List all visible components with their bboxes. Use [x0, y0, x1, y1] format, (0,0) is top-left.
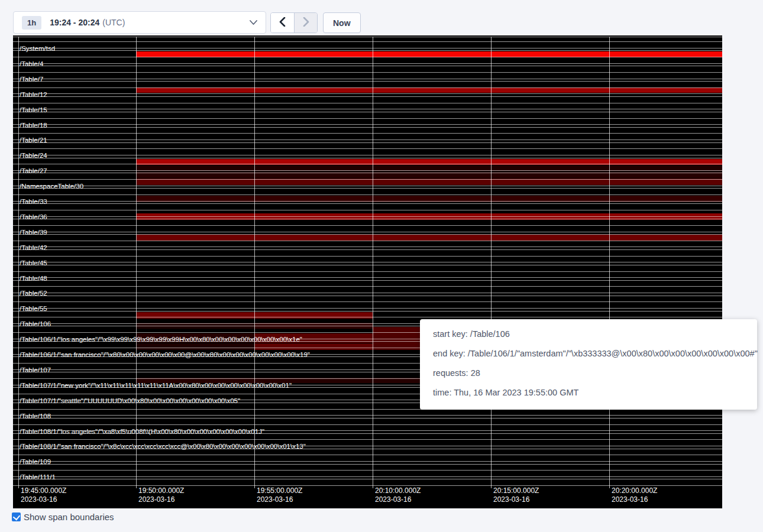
span-boundary-line: [13, 63, 722, 64]
time-axis-label: 20:20:00.000Z2023-03-16: [612, 486, 657, 504]
span-boundary-line: [13, 142, 722, 143]
span-label: /Table/21: [20, 137, 47, 144]
span-label: /Table/111/1: [20, 473, 56, 481]
span-boundary-line: [13, 188, 722, 189]
span-label: /Table/107/1/"seattle"/"UUUUUUD\x00\x80\…: [20, 397, 240, 405]
span-boundary-line: [13, 485, 722, 486]
show-span-boundaries-label: Show span boundaries: [24, 512, 114, 522]
span-label: /Table/36: [20, 213, 47, 221]
time-preset-badge: 1h: [22, 16, 41, 30]
span-boundary-line: [13, 249, 722, 250]
span-label: /Table/7: [20, 76, 43, 83]
time-gridline: [254, 37, 255, 488]
span-boundary-line: [13, 109, 722, 109]
span-boundary-line: [13, 476, 722, 477]
span-boundary-line: [13, 271, 722, 272]
span-boundary-line: [13, 37, 722, 37]
span-boundary-line: [13, 72, 722, 73]
span-boundary-line: [13, 479, 722, 479]
key-visualizer-canvas[interactable]: /System/tsd/Table/4/Table/7/Table/12/Tab…: [13, 35, 722, 508]
heat-band: [254, 343, 373, 350]
span-boundary-line: [13, 124, 722, 125]
span-boundary-line: [13, 155, 722, 155]
tooltip-time: time: Thu, 16 Mar 2023 19:55:00 GMT: [433, 387, 744, 398]
hover-tooltip: start key: /Table/106 end key: /Table/10…: [420, 319, 757, 410]
span-label: /System/tsd: [20, 45, 55, 53]
span-boundary-line: [13, 118, 722, 119]
span-boundary-line: [13, 210, 722, 210]
span-boundary-line: [13, 461, 722, 462]
time-gridline: [18, 37, 19, 488]
span-boundary-line: [13, 470, 722, 471]
toolbar: 1h 19:24 - 20:24 (UTC) Now: [0, 0, 763, 35]
tooltip-start-key: start key: /Table/106: [433, 329, 744, 340]
time-axis-label: 19:55:00.000Z2023-03-16: [257, 486, 302, 504]
span-label: /Table/39: [20, 229, 47, 236]
span-boundary-line: [13, 112, 722, 112]
span-label: /Table/12: [20, 91, 47, 99]
span-label: /Table/106/1/"los angeles"/"\x99\x99\x99…: [20, 336, 302, 343]
chevron-right-icon: [303, 17, 309, 28]
span-boundary-line: [13, 48, 722, 48]
span-boundary-line: [13, 140, 722, 140]
time-axis-label: 20:15:00.000Z2023-03-16: [493, 486, 539, 504]
heat-band: [136, 235, 722, 241]
tooltip-end-key: end key: /Table/106/1/"amsterdam"/"\xb33…: [433, 348, 744, 359]
span-boundary-line: [13, 87, 722, 88]
span-boundary-line: [13, 232, 722, 232]
span-boundary-line: [13, 50, 722, 51]
span-boundary-line: [13, 464, 722, 465]
span-boundary-line: [13, 296, 722, 296]
span-boundary-line: [13, 415, 722, 416]
span-boundary-line: [13, 41, 722, 42]
timezone-label: (UTC): [102, 18, 125, 27]
span-boundary-line: [13, 280, 722, 281]
time-gridline: [373, 37, 373, 488]
span-boundary-line: [13, 311, 722, 312]
span-boundary-line: [13, 256, 722, 257]
time-range-selector[interactable]: 1h 19:24 - 20:24 (UTC): [13, 11, 266, 34]
time-range-label: 19:24 - 20:24: [50, 18, 99, 27]
span-label: /Table/18: [20, 122, 47, 129]
span-boundary-line: [13, 265, 722, 265]
span-label: /Table/45: [20, 259, 47, 267]
now-button[interactable]: Now: [323, 12, 361, 33]
time-gridline: [491, 37, 492, 488]
heat-band: [136, 87, 722, 93]
span-label: /Table/109: [20, 458, 51, 466]
span-boundary-line: [13, 203, 722, 204]
span-boundary-line: [13, 424, 722, 425]
span-boundary-line: [13, 158, 722, 158]
show-span-boundaries-row[interactable]: Show span boundaries: [12, 512, 114, 522]
span-boundary-line: [13, 173, 722, 173]
span-boundary-line: [13, 277, 722, 278]
span-boundary-line: [13, 103, 722, 103]
next-range-button[interactable]: [294, 13, 317, 33]
span-boundary-line: [13, 439, 722, 440]
span-label: /Table/15: [20, 106, 47, 114]
span-boundary-line: [13, 66, 722, 66]
span-label: /Table/52: [20, 290, 47, 297]
span-boundary-line: [13, 170, 722, 171]
span-label: /Table/107: [20, 366, 51, 374]
span-boundary-line: [13, 133, 722, 134]
span-boundary-line: [13, 127, 722, 128]
time-axis-label: 20:10:00.000Z2023-03-16: [375, 486, 421, 504]
span-label: /Table/108/1/"los angeles"/"\xa8\xf5\u00…: [20, 428, 264, 436]
span-boundary-line: [13, 225, 722, 226]
span-boundary-line: [13, 301, 722, 302]
span-label: /Table/108: [20, 413, 51, 420]
span-boundary-line: [13, 286, 722, 287]
span-label: /Table/55: [20, 305, 47, 313]
span-label: /NamespaceTable/30: [20, 183, 83, 190]
show-span-boundaries-checkbox[interactable]: [12, 512, 21, 521]
span-boundary-line: [13, 234, 722, 235]
span-label: /Table/4: [20, 60, 43, 68]
chevron-left-icon: [279, 17, 286, 28]
span-boundary-line: [13, 194, 722, 195]
span-label: /Table/33: [20, 198, 47, 206]
span-boundary-line: [13, 179, 722, 180]
span-boundary-line: [13, 79, 722, 79]
prev-range-button[interactable]: [271, 13, 294, 33]
span-boundary-line: [13, 262, 722, 262]
